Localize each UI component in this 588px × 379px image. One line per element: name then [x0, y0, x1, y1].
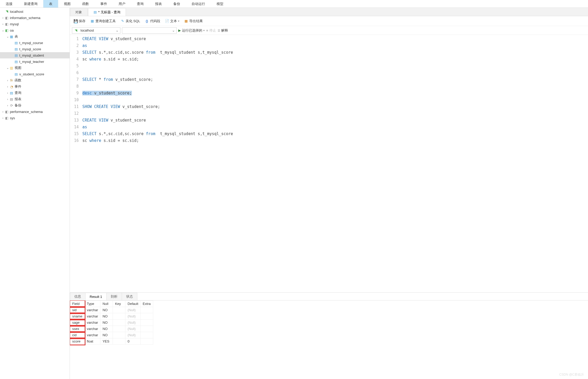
result-cell[interactable]: NO [100, 313, 113, 320]
result-cell[interactable] [140, 332, 153, 338]
result-cell[interactable] [113, 338, 125, 345]
menu-item-5[interactable]: 事件 [95, 0, 113, 8]
tree-toggle[interactable]: › [6, 85, 9, 88]
tables-folder[interactable]: ⌄表 [0, 33, 70, 40]
menu-item-2[interactable]: 表 [43, 0, 58, 8]
tree-toggle[interactable]: › [1, 116, 5, 119]
result-cell[interactable]: cid [70, 332, 85, 338]
query-builder-button[interactable]: 查询创建工具 [89, 18, 117, 24]
result-cell[interactable]: ssex [70, 326, 85, 332]
queries-folder[interactable]: ›查询 [0, 90, 70, 96]
result-cell[interactable]: (Null) [125, 326, 140, 332]
table-row[interactable]: ssexvarcharNO(Null) [70, 326, 153, 332]
result-cell[interactable]: NO [100, 326, 113, 332]
result-header-default[interactable]: Default [125, 301, 140, 307]
menu-item-4[interactable]: 函数 [76, 0, 95, 8]
run-selected-button[interactable]: 运行已选择的 ▾ [178, 28, 205, 33]
table-row[interactable]: cidvarcharNO(Null) [70, 332, 153, 338]
tree-toggle[interactable]: › [6, 79, 9, 82]
table-row[interactable]: sidvarcharNO(Null) [70, 307, 153, 313]
sql-editor[interactable]: 12345678910111213141516 CREATE VIEW v_st… [70, 35, 588, 292]
table-row[interactable]: snamevarcharNO(Null) [70, 313, 153, 320]
text-button[interactable]: 文本▾ [163, 18, 181, 24]
result-cell[interactable]: NO [100, 320, 113, 326]
table-row[interactable]: sagevarcharNO(Null) [70, 320, 153, 326]
result-cell[interactable]: score [70, 338, 85, 345]
explain-button[interactable]: 解释 [218, 28, 228, 33]
database-oa[interactable]: ⌄oa [0, 27, 70, 33]
menu-item-10[interactable]: 自动运行 [186, 0, 211, 8]
tree-toggle[interactable]: › [6, 91, 9, 94]
result-cell[interactable]: (Null) [125, 307, 140, 313]
table-t_mysql_score[interactable]: t_mysql_score [0, 46, 70, 52]
menu-item-3[interactable]: 视图 [58, 0, 76, 8]
table-t_mysql_course[interactable]: t_mysql_course [0, 40, 70, 46]
result-cell[interactable]: NO [100, 307, 113, 313]
result-cell[interactable]: (Null) [125, 320, 140, 326]
result-header-null[interactable]: Null [100, 301, 113, 307]
result-cell[interactable] [140, 326, 153, 332]
result-cell[interactable] [113, 320, 125, 326]
result-grid[interactable]: FieldTypeNullKeyDefaultExtrasidvarcharNO… [70, 300, 588, 379]
result-cell[interactable] [140, 320, 153, 326]
result-cell[interactable] [113, 332, 125, 338]
result-header-type[interactable]: Type [85, 301, 100, 307]
result-cell[interactable]: float [85, 338, 100, 345]
view-v_student_score[interactable]: v_student_score [0, 71, 70, 77]
backup-folder[interactable]: ›备份 [0, 102, 70, 109]
table-t_mysql_teacher[interactable]: t_mysql_teacher [0, 58, 70, 65]
result-tab-1[interactable]: Result 1 [85, 293, 107, 300]
result-cell[interactable]: sname [70, 313, 85, 320]
result-cell[interactable]: varchar [85, 320, 100, 326]
functions-folder[interactable]: ›fx函数 [0, 77, 70, 83]
result-cell[interactable] [140, 338, 153, 345]
result-cell[interactable]: NO [100, 332, 113, 338]
result-tab-2[interactable]: 剖析 [106, 293, 122, 300]
views-folder[interactable]: ⌄视图 [0, 65, 70, 71]
tree-toggle[interactable]: › [1, 22, 5, 26]
editor-tab-1[interactable]: * 无标题 - 查询 [88, 8, 126, 16]
result-cell[interactable] [113, 313, 125, 320]
result-cell[interactable] [113, 307, 125, 313]
tree-toggle[interactable]: › [6, 98, 9, 101]
tree-toggle[interactable]: ⌄ [6, 35, 9, 38]
result-header-key[interactable]: Key [113, 301, 125, 307]
connection-node[interactable]: localhost [0, 8, 70, 15]
menu-item-6[interactable]: 用户 [113, 0, 131, 8]
reports-folder[interactable]: ›报表 [0, 96, 70, 102]
table-t_mysql_student[interactable]: t_mysql_student [0, 52, 70, 58]
result-cell[interactable]: YES [100, 338, 113, 345]
tree-toggle[interactable]: ⌄ [1, 29, 5, 32]
menu-item-0[interactable]: 连接 [0, 0, 18, 8]
result-cell[interactable]: varchar [85, 332, 100, 338]
result-cell[interactable] [140, 307, 153, 313]
menu-item-8[interactable]: 报表 [149, 0, 168, 8]
database-information_schema[interactable]: ›information_schema [0, 15, 70, 21]
result-cell[interactable]: (Null) [125, 313, 140, 320]
tree-toggle[interactable]: ⌄ [6, 66, 9, 70]
result-tab-0[interactable]: 信息 [70, 293, 85, 300]
result-header-extra[interactable]: Extra [140, 301, 153, 307]
save-button[interactable]: 保存 [72, 18, 87, 24]
result-cell[interactable] [140, 313, 153, 320]
database-mysql[interactable]: ›mysql [0, 21, 70, 27]
code-snippet-button[interactable]: ()代码段 [143, 18, 162, 24]
result-cell[interactable]: 0 [125, 338, 140, 345]
result-cell[interactable]: sage [70, 320, 85, 326]
table-row[interactable]: scorefloatYES0 [70, 338, 153, 345]
database-select[interactable] [122, 27, 177, 34]
result-cell[interactable]: (Null) [125, 332, 140, 338]
beautify-sql-button[interactable]: 美化 SQL [119, 18, 142, 24]
sql-code[interactable]: CREATE VIEW v_student_score as SELECT s.… [81, 35, 588, 292]
events-folder[interactable]: ›事件 [0, 83, 70, 90]
tree-toggle[interactable]: › [1, 16, 5, 19]
connection-select[interactable]: localhost [72, 27, 120, 34]
database-sys[interactable]: ›sys [0, 115, 70, 121]
result-header-field[interactable]: Field [70, 301, 85, 307]
menu-item-7[interactable]: 查询 [131, 0, 149, 8]
tree-toggle[interactable]: › [6, 104, 9, 107]
result-tab-3[interactable]: 状态 [122, 293, 137, 300]
database-performance_schema[interactable]: ›performance_schema [0, 109, 70, 115]
menu-item-9[interactable]: 备份 [168, 0, 186, 8]
editor-tab-0[interactable]: 对象 [70, 8, 88, 16]
